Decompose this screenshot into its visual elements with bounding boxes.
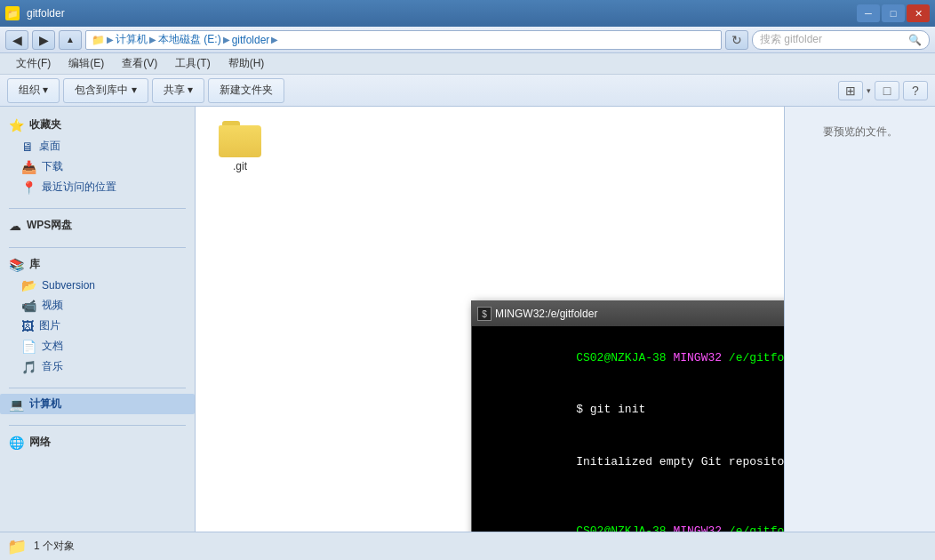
window-controls: ─ □ ✕ xyxy=(857,4,930,22)
sidebar-item-video[interactable]: 📹 视频 xyxy=(0,295,195,316)
details-pane-button[interactable]: □ xyxy=(875,81,899,100)
terminal-content: CS02@NZKJA-38 MINGW32 /e/gitfolder $ git… xyxy=(479,332,784,532)
sidebar-subversion-label: Subversion xyxy=(42,279,95,292)
up-button[interactable]: ▲ xyxy=(59,30,82,50)
favorites-label: 收藏夹 xyxy=(29,117,61,132)
breadcrumb-drive[interactable]: 本地磁盘 (E:) xyxy=(158,32,221,47)
sidebar-network-section: 🌐 网络 xyxy=(0,431,195,453)
help-button[interactable]: ? xyxy=(903,81,928,100)
network-icon: 🌐 xyxy=(9,436,24,450)
explorer-window: 📁 gitfolder ─ □ ✕ ◀ ▶ ▲ 📁 ▶ 计算机 ▶ 本地磁盘 (… xyxy=(0,0,935,560)
toolbar: 组织 ▾ 包含到库中 ▾ 共享 ▾ 新建文件夹 ⊞ ▾ □ ? xyxy=(0,75,935,107)
terminal-titlebar: $ MINGW32:/e/gitfolder ─ □ ✕ xyxy=(472,301,784,326)
search-bar: 搜索 gitfolder 🔍 xyxy=(752,30,930,50)
file-grid: .git xyxy=(204,116,775,178)
breadcrumb-computer[interactable]: 计算机 xyxy=(116,32,148,47)
sidebar-divider-1 xyxy=(9,208,186,209)
sidebar-favorites-section: ⭐ 收藏夹 🖥 桌面 📥 下载 📍 最近访问的位置 xyxy=(0,114,195,197)
sidebar-downloads-label: 下载 xyxy=(42,159,63,174)
terminal-window: $ MINGW32:/e/gitfolder ─ □ ✕ CS02@NZKJA-… xyxy=(471,300,784,532)
organize-label: 组织 ▾ xyxy=(19,83,48,98)
music-icon: 🎵 xyxy=(21,360,36,374)
window-icon: 📁 xyxy=(5,6,20,20)
sidebar-item-music[interactable]: 🎵 音乐 xyxy=(0,356,195,377)
new-folder-button[interactable]: 新建文件夹 xyxy=(208,78,284,103)
documents-icon: 📄 xyxy=(21,340,36,354)
sidebar-divider-2 xyxy=(9,247,186,248)
sidebar-video-label: 视频 xyxy=(42,298,63,313)
organize-button[interactable]: 组织 ▾ xyxy=(7,78,60,103)
sidebar-wps-section: ☁ WPS网盘 xyxy=(0,214,195,236)
sidebar-item-desktop[interactable]: 🖥 桌面 xyxy=(0,136,195,156)
library-label: 库 xyxy=(29,257,40,272)
network-label: 网络 xyxy=(29,435,51,450)
t-path-2: /e/gitfolder xyxy=(722,524,784,532)
sidebar-favorites-header[interactable]: ⭐ 收藏夹 xyxy=(0,114,195,136)
terminal-icon: $ xyxy=(477,307,491,321)
t-line-5: CS02@NZKJA-38 MINGW32 /e/gitfolder (mast… xyxy=(479,505,784,532)
menu-edit[interactable]: 编辑(E) xyxy=(60,54,113,73)
share-label: 共享 ▾ xyxy=(164,83,193,98)
sidebar-recent-label: 最近访问的位置 xyxy=(42,180,116,195)
view-toggle-button[interactable]: ⊞ xyxy=(838,81,863,100)
library-icon: 📚 xyxy=(9,258,24,272)
menu-help[interactable]: 帮助(H) xyxy=(220,54,274,73)
sidebar-item-documents[interactable]: 📄 文档 xyxy=(0,336,195,356)
window-title: gitfolder xyxy=(27,7,853,20)
file-label: .git xyxy=(233,160,247,172)
minimize-button[interactable]: ─ xyxy=(857,4,880,22)
sidebar-item-downloads[interactable]: 📥 下载 xyxy=(0,156,195,177)
menu-bar: 文件(F) 编辑(E) 查看(V) 工具(T) 帮助(H) xyxy=(0,53,935,75)
breadcrumb-folder[interactable]: gitfolder xyxy=(232,34,270,46)
include-label: 包含到库中 ▾ xyxy=(75,83,136,98)
t-user-1: CS02@NZKJA-38 xyxy=(576,351,673,364)
t-line-2: $ git init xyxy=(479,384,784,436)
title-bar: 📁 gitfolder ─ □ ✕ xyxy=(0,0,935,27)
download-icon: 📥 xyxy=(21,160,36,174)
recent-icon: 📍 xyxy=(21,180,36,195)
status-bar: 📁 1 个对象 xyxy=(0,532,935,560)
sidebar-library-header[interactable]: 📚 库 xyxy=(0,253,195,276)
sidebar: ⭐ 收藏夹 🖥 桌面 📥 下载 📍 最近访问的位置 xyxy=(0,107,196,532)
t-line-1: CS02@NZKJA-38 MINGW32 /e/gitfolder xyxy=(479,332,784,384)
breadcrumb[interactable]: 📁 ▶ 计算机 ▶ 本地磁盘 (E:) ▶ gitfolder ▶ xyxy=(85,30,722,50)
t-mingw-1: MINGW32 xyxy=(673,351,722,364)
terminal-title: MINGW32:/e/gitfolder xyxy=(495,308,784,320)
t-cmd-1: $ git init xyxy=(576,403,645,416)
include-library-button[interactable]: 包含到库中 ▾ xyxy=(63,78,148,103)
sidebar-computer-section: 💻 计算机 xyxy=(0,394,195,414)
desktop-icon: 🖥 xyxy=(21,140,34,154)
share-button[interactable]: 共享 ▾ xyxy=(152,78,204,103)
back-button[interactable]: ◀ xyxy=(5,30,28,50)
maximize-button[interactable]: □ xyxy=(882,4,905,22)
t-line-4 xyxy=(479,488,784,506)
address-bar-area: ◀ ▶ ▲ 📁 ▶ 计算机 ▶ 本地磁盘 (E:) ▶ gitfolder ▶ … xyxy=(0,27,935,53)
sidebar-network-header[interactable]: 🌐 网络 xyxy=(0,431,195,453)
sidebar-item-subversion[interactable]: 📂 Subversion xyxy=(0,276,195,295)
star-icon: ⭐ xyxy=(9,118,24,132)
status-count: 1 个对象 xyxy=(34,539,75,554)
file-area: .git $ MINGW32:/e/gitfolder ─ □ ✕ xyxy=(196,107,784,532)
t-mingw-2: MINGW32 xyxy=(673,524,722,532)
sidebar-music-label: 音乐 xyxy=(42,359,63,374)
sidebar-item-pictures[interactable]: 🖼 图片 xyxy=(0,316,195,336)
sidebar-item-recent[interactable]: 📍 最近访问的位置 xyxy=(0,177,195,197)
computer-icon: 💻 xyxy=(9,397,24,412)
refresh-button[interactable]: ↻ xyxy=(725,30,748,50)
sidebar-divider-3 xyxy=(9,388,186,388)
close-button[interactable]: ✕ xyxy=(907,4,930,22)
computer-label: 计算机 xyxy=(29,396,61,412)
sidebar-wps-header[interactable]: ☁ WPS网盘 xyxy=(0,214,195,236)
sidebar-computer-header[interactable]: 💻 计算机 xyxy=(0,394,195,414)
terminal-body: CS02@NZKJA-38 MINGW32 /e/gitfolder $ git… xyxy=(472,326,784,532)
sidebar-documents-label: 文档 xyxy=(42,339,63,354)
menu-tools[interactable]: 工具(T) xyxy=(166,54,219,73)
list-item[interactable]: .git xyxy=(204,116,276,178)
breadcrumb-icon: 📁 xyxy=(92,34,105,46)
menu-view[interactable]: 查看(V) xyxy=(113,54,166,73)
toolbar-right: ⊞ ▾ □ ? xyxy=(838,81,928,100)
preview-pane: 要预览的文件。 xyxy=(784,107,935,532)
preview-text: 要预览的文件。 xyxy=(823,124,898,140)
forward-button[interactable]: ▶ xyxy=(32,30,55,50)
menu-file[interactable]: 文件(F) xyxy=(7,54,60,73)
